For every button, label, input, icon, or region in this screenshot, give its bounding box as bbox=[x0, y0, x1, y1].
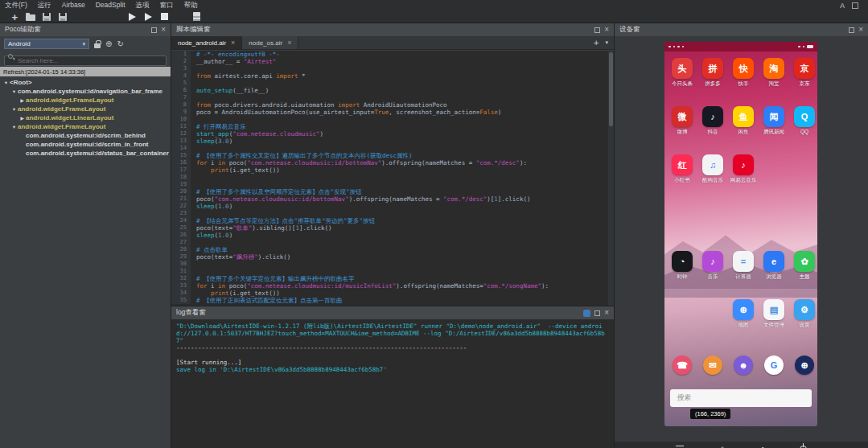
mail-app-icon[interactable]: ✉ bbox=[703, 356, 722, 375]
layout-icon[interactable] bbox=[852, 2, 858, 9]
freeze-ui-lock-icon[interactable] bbox=[94, 43, 101, 48]
app-icon-地图[interactable]: ⊕地图 bbox=[733, 299, 754, 329]
menu-item[interactable]: Airbase bbox=[62, 1, 85, 10]
menu-item[interactable]: DeadSplit bbox=[96, 1, 125, 10]
menu-item[interactable]: 窗口 bbox=[160, 1, 174, 10]
tab-node-android[interactable]: node_android.air × bbox=[171, 36, 242, 49]
float-panel-icon[interactable] bbox=[151, 27, 157, 33]
refresh-timestamp-row[interactable]: Refresh:[2024-01-15 14:33:36] bbox=[0, 67, 171, 76]
app-icon-京东[interactable]: 京京东 bbox=[794, 58, 815, 88]
code-line: 27 bbox=[171, 239, 614, 246]
device-area: 头今日头条拼拼多多快快手淘淘宝京京东微微博♪抖音鱼闲鱼闻腾讯新闻QQQ红小红书♫… bbox=[615, 36, 868, 448]
app-icon-酷狗音乐[interactable]: ♫酷狗音乐 bbox=[702, 154, 723, 184]
float-panel-icon[interactable] bbox=[594, 27, 600, 33]
close-tab-icon[interactable]: × bbox=[287, 39, 291, 46]
close-tab-icon[interactable]: × bbox=[231, 39, 235, 46]
view-report-icon[interactable] bbox=[188, 11, 204, 23]
app-icon-微博[interactable]: 微微博 bbox=[672, 106, 693, 136]
app-icon-网易云音乐[interactable]: ♪网易云音乐 bbox=[733, 154, 754, 184]
editor-scrollbar[interactable] bbox=[608, 51, 614, 306]
log-filter-icon[interactable] bbox=[583, 310, 590, 317]
tree-expand-icon[interactable]: ▶ bbox=[19, 116, 26, 121]
float-panel-icon[interactable] bbox=[849, 27, 854, 33]
app-icon-小红书[interactable]: 红小红书 bbox=[672, 154, 693, 184]
new-tab-button[interactable]: + bbox=[594, 38, 599, 47]
tree-expand-icon[interactable]: ▶ bbox=[19, 98, 26, 103]
close-panel-icon[interactable]: × bbox=[858, 27, 863, 33]
app-icon-设置[interactable]: ⚙设置 bbox=[794, 299, 815, 329]
script-editor-panel: 脚本编辑窗 × node_android.air × node_os.air ×… bbox=[171, 23, 614, 306]
tree-node[interactable]: com.android.systemui:id/scrim_behind bbox=[0, 131, 171, 140]
line-number: 13 bbox=[171, 138, 191, 145]
globe-app-icon[interactable]: ⊕ bbox=[795, 356, 814, 375]
refresh-tree-icon[interactable]: ↻ bbox=[117, 40, 123, 48]
phone-app-icon[interactable]: ☎ bbox=[673, 356, 692, 375]
app-icon-label: 计算器 bbox=[729, 273, 758, 281]
stop-icon[interactable] bbox=[156, 11, 172, 23]
contacts-app-icon[interactable]: ☻ bbox=[734, 356, 753, 375]
tree-node[interactable]: ▼com.android.systemui:id/navigation_bar_… bbox=[0, 87, 171, 96]
tree-node[interactable]: com.android.systemui:id/status_bar_conta… bbox=[0, 149, 171, 158]
log-line: save log in 'D:\AirtestIDE\v86a3dd5b8888… bbox=[176, 366, 609, 373]
device-home-button[interactable]: ⌂ bbox=[719, 445, 725, 448]
app-icon-淘宝[interactable]: 淘淘宝 bbox=[763, 58, 784, 88]
tree-expand-icon[interactable]: ▼ bbox=[10, 107, 18, 112]
tree-node[interactable]: ▼<Root> bbox=[0, 78, 171, 87]
app-icon-抖音[interactable]: ♪抖音 bbox=[702, 106, 723, 136]
menu-item[interactable]: 运行 bbox=[38, 1, 51, 10]
tree-expand-icon[interactable]: ▼ bbox=[10, 125, 18, 129]
phone-search-bar[interactable]: 搜索 bbox=[670, 389, 812, 407]
open-script-icon[interactable] bbox=[23, 11, 39, 23]
tab-node-os[interactable]: node_os.air × bbox=[242, 36, 298, 49]
app-icon-QQ[interactable]: QQQ bbox=[794, 106, 815, 136]
tree-expand-icon[interactable]: ▼ bbox=[10, 89, 18, 94]
run-script-icon[interactable] bbox=[124, 11, 140, 23]
close-panel-icon[interactable]: × bbox=[604, 27, 609, 33]
app-icon-时钟[interactable]: ◔时钟 bbox=[672, 251, 693, 281]
line-number: 5 bbox=[171, 80, 191, 87]
line-number: 19 bbox=[171, 181, 191, 188]
tree-node[interactable]: ▶android.widget.FrameLayout bbox=[0, 96, 171, 105]
line-number: 26 bbox=[171, 232, 191, 239]
app-icon-音乐[interactable]: ♪音乐 bbox=[702, 251, 723, 281]
tree-node[interactable]: ▼android.widget.FrameLayout bbox=[0, 122, 171, 131]
save-icon[interactable] bbox=[39, 11, 55, 23]
search-input[interactable] bbox=[4, 55, 167, 66]
line-number: 25 bbox=[171, 224, 191, 232]
app-icon-浏览器[interactable]: e浏览器 bbox=[763, 251, 784, 281]
app-icon-拼多多[interactable]: 拼拼多多 bbox=[702, 58, 723, 88]
tab-list-button[interactable]: ▾ bbox=[605, 39, 608, 46]
device-back-button[interactable]: ‹ bbox=[760, 445, 763, 448]
menu-item[interactable]: 帮助 bbox=[184, 1, 198, 10]
device-power-button[interactable] bbox=[800, 446, 807, 448]
poco-mode-select[interactable]: Android ▾ bbox=[4, 39, 89, 49]
google-app-icon[interactable]: G bbox=[764, 356, 784, 375]
app-icon-label: 文件管理 bbox=[759, 322, 788, 329]
line-number: 21 bbox=[171, 195, 191, 203]
app-icon-今日头条[interactable]: 头今日头条 bbox=[672, 58, 693, 88]
close-panel-icon[interactable]: × bbox=[604, 310, 609, 316]
app-icon-快手[interactable]: 快快手 bbox=[733, 58, 754, 88]
app-icon-文件管理[interactable]: ▤文件管理 bbox=[763, 299, 784, 329]
save-as-icon[interactable] bbox=[55, 11, 71, 23]
code-line: 20# 【使用了多个属性以及空间顺序定位元素】点击"发现"按钮 bbox=[171, 188, 614, 195]
tree-node[interactable]: ▼android.widget.FrameLayout bbox=[0, 105, 171, 113]
phone-status-bar bbox=[664, 42, 817, 51]
inspect-target-icon[interactable]: ⊕ bbox=[105, 40, 112, 48]
float-panel-icon[interactable] bbox=[594, 310, 600, 316]
tree-node[interactable]: com.android.systemui:id/scrim_in_front bbox=[0, 140, 171, 149]
run-selection-icon[interactable] bbox=[140, 11, 156, 23]
app-icon-闲鱼[interactable]: 鱼闲鱼 bbox=[733, 106, 754, 136]
device-screen[interactable]: 头今日头条拼拼多多快快手淘淘宝京京东微微博♪抖音鱼闲鱼闻腾讯新闻QQQ红小红书♫… bbox=[664, 42, 817, 426]
tree-node[interactable]: ▶android.widget.LinearLayout bbox=[0, 113, 171, 122]
code-line: 13sleep(3.0) bbox=[171, 138, 614, 145]
new-script-icon[interactable] bbox=[6, 11, 23, 23]
app-icon-主题[interactable]: ✿主题 bbox=[794, 251, 815, 281]
menu-item[interactable]: 选项 bbox=[136, 1, 150, 10]
app-icon-计算器[interactable]: =计算器 bbox=[733, 251, 754, 281]
account-button[interactable]: A bbox=[840, 2, 845, 10]
tree-expand-icon[interactable]: ▼ bbox=[2, 80, 10, 85]
code-editor[interactable]: 1# -*- encoding=utf8 -*-2__author__ = "A… bbox=[171, 51, 614, 306]
app-icon-腾讯新闻[interactable]: 闻腾讯新闻 bbox=[763, 106, 784, 136]
close-panel-icon[interactable]: × bbox=[161, 27, 166, 33]
